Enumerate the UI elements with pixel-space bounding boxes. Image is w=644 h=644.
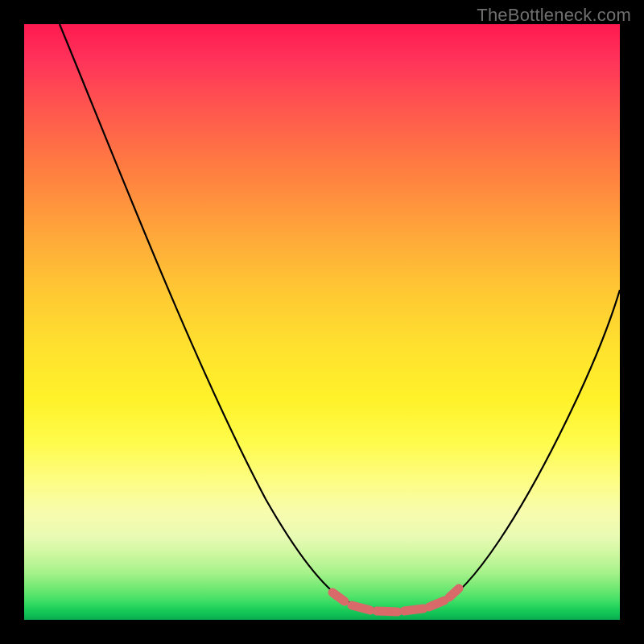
valley-marker-2 [352,605,370,610]
curve-left-branch [60,24,345,601]
valley-marker-5 [429,601,444,607]
curve-layer [24,24,620,620]
valley-marker-1 [332,592,345,601]
valley-marker-3 [377,611,398,612]
valley-marker-4 [404,609,423,611]
attribution-text: TheBottleneck.com [477,5,631,26]
curve-right-branch [440,290,620,605]
valley-markers [332,588,459,612]
plot-area [24,24,620,620]
chart-frame: TheBottleneck.com [0,0,644,644]
valley-marker-6 [449,588,459,597]
